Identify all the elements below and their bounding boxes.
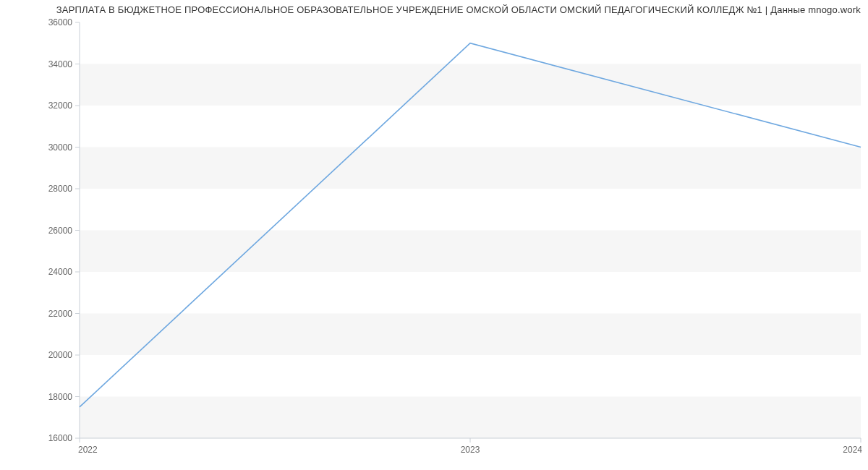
svg-text:20000: 20000 — [48, 350, 73, 360]
svg-text:16000: 16000 — [48, 433, 73, 443]
svg-text:26000: 26000 — [48, 226, 73, 236]
svg-rect-0 — [80, 397, 861, 439]
svg-text:2024: 2024 — [843, 445, 862, 455]
svg-rect-1 — [80, 314, 861, 356]
svg-rect-3 — [80, 148, 861, 189]
chart-title: ЗАРПЛАТА В БЮДЖЕТНОЕ ПРОФЕССИОНАЛЬНОЕ ОБ… — [0, 0, 868, 15]
svg-text:22000: 22000 — [48, 309, 73, 319]
svg-rect-2 — [80, 231, 861, 273]
svg-text:18000: 18000 — [48, 392, 73, 402]
svg-rect-4 — [80, 64, 861, 106]
svg-text:30000: 30000 — [48, 142, 73, 153]
svg-text:24000: 24000 — [48, 267, 73, 277]
svg-text:2023: 2023 — [461, 445, 480, 455]
svg-text:34000: 34000 — [48, 59, 73, 69]
svg-text:28000: 28000 — [48, 184, 73, 194]
svg-text:2022: 2022 — [78, 445, 98, 455]
svg-text:36000: 36000 — [48, 17, 73, 27]
svg-text:32000: 32000 — [48, 101, 73, 111]
chart-svg: 1600018000200002200024000260002800030000… — [0, 15, 868, 463]
chart-area: 1600018000200002200024000260002800030000… — [0, 15, 868, 463]
